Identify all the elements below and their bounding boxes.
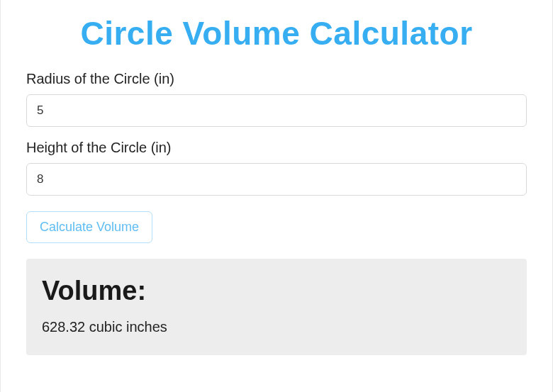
height-group: Height of the Circle (in) — [26, 140, 527, 196]
height-input[interactable] — [26, 163, 527, 196]
page-title: Circle Volume Calculator — [26, 14, 527, 52]
calculate-button[interactable]: Calculate Volume — [26, 211, 152, 243]
calculator-container: Circle Volume Calculator Radius of the C… — [1, 14, 552, 355]
result-heading: Volume: — [42, 276, 511, 306]
radius-input[interactable] — [26, 94, 527, 127]
height-label: Height of the Circle (in) — [26, 140, 527, 156]
result-value: 628.32 cubic inches — [42, 319, 511, 335]
radius-label: Radius of the Circle (in) — [26, 71, 527, 87]
result-box: Volume: 628.32 cubic inches — [26, 259, 527, 355]
radius-group: Radius of the Circle (in) — [26, 71, 527, 127]
